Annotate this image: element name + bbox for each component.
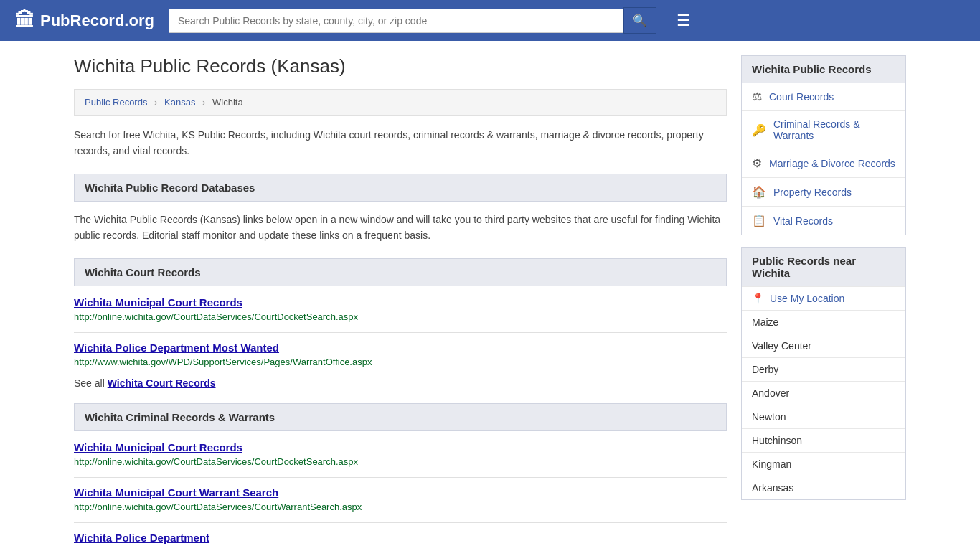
nearby-valley-center-label: Valley Center: [752, 340, 811, 352]
sidebar-item-criminal-records[interactable]: 🔑 Criminal Records & Warrants: [742, 110, 905, 149]
nearby-item-arkansas[interactable]: Arkansas: [742, 476, 905, 499]
search-icon: 🔍: [633, 14, 647, 27]
search-button[interactable]: 🔍: [623, 7, 656, 34]
sidebar: Wichita Public Records ⚖ Court Records 🔑…: [741, 55, 906, 547]
nearby-item-derby[interactable]: Derby: [742, 357, 905, 381]
court-records-header: Wichita Court Records: [74, 258, 727, 286]
breadcrumb-kansas[interactable]: Kansas: [164, 97, 195, 108]
databases-section-header: Wichita Public Record Databases: [74, 174, 727, 202]
criminal-record-2-link[interactable]: Wichita Municipal Court Warrant Search: [74, 486, 727, 499]
nearby-item-maize[interactable]: Maize: [742, 310, 905, 334]
nearby-derby-label: Derby: [752, 364, 778, 375]
sidebar-item-court-records[interactable]: ⚖ Court Records: [742, 83, 905, 110]
criminal-record-1-link[interactable]: Wichita Municipal Court Records: [74, 441, 727, 453]
nearby-item-valley-center[interactable]: Valley Center: [742, 334, 905, 357]
menu-button[interactable]: ☰: [677, 11, 691, 30]
court-record-2-url: http://www.wichita.gov/WPD/SupportServic…: [74, 357, 727, 367]
hamburger-icon: ☰: [677, 11, 691, 29]
criminal-record-1: Wichita Municipal Court Records http://o…: [74, 441, 727, 467]
criminal-record-3: Wichita Police Department: [74, 532, 727, 544]
court-record-2: Wichita Police Department Most Wanted ht…: [74, 342, 727, 367]
nearby-kingman-label: Kingman: [752, 458, 791, 470]
rings-icon: ⚙: [752, 156, 762, 170]
logo-text: PubRecord.org: [40, 11, 154, 30]
sidebar-item-property-records[interactable]: 🏠 Property Records: [742, 177, 905, 206]
court-record-1-link[interactable]: Wichita Municipal Court Records: [74, 296, 727, 309]
nearby-item-hutchinson[interactable]: Hutchinson: [742, 428, 905, 452]
nearby-section: Public Records near Wichita 📍 Use My Loc…: [741, 247, 906, 500]
sidebar-item-marriage-records[interactable]: ⚙ Marriage & Divorce Records: [742, 149, 905, 177]
nearby-item-kingman[interactable]: Kingman: [742, 452, 905, 476]
court-record-1-url: http://online.wichita.gov/CourtDataServi…: [74, 311, 727, 322]
scales-icon: ⚖: [752, 90, 762, 103]
nearby-item-newton[interactable]: Newton: [742, 405, 905, 428]
use-my-location-label: Use My Location: [770, 293, 844, 304]
court-record-2-link[interactable]: Wichita Police Department Most Wanted: [74, 342, 727, 354]
nearby-item-andover[interactable]: Andover: [742, 381, 905, 405]
criminal-record-2-url: http://online.wichita.gov/CourtDataServi…: [74, 501, 727, 512]
main-container: Wichita Public Records (Kansas) Public R…: [60, 41, 920, 551]
sidebar-criminal-records-label: Criminal Records & Warrants: [773, 118, 895, 141]
nearby-use-my-location[interactable]: 📍 Use My Location: [742, 286, 905, 310]
databases-description: The Wichita Public Records (Kansas) link…: [74, 212, 727, 244]
criminal-record-2: Wichita Municipal Court Warrant Search h…: [74, 486, 727, 512]
content-area: Wichita Public Records (Kansas) Public R…: [74, 55, 727, 547]
criminal-record-3-link[interactable]: Wichita Police Department: [74, 532, 727, 544]
logo[interactable]: 🏛 PubRecord.org: [14, 9, 154, 32]
page-description: Search for free Wichita, KS Public Recor…: [74, 127, 727, 159]
search-area: 🔍: [169, 7, 656, 34]
breadcrumb: Public Records › Kansas › Wichita: [74, 89, 727, 116]
logo-icon: 🏛: [14, 9, 34, 32]
sidebar-records-title: Wichita Public Records: [742, 56, 905, 83]
nearby-title: Public Records near Wichita: [742, 248, 905, 286]
divider-2: [74, 477, 727, 478]
page-title: Wichita Public Records (Kansas): [74, 55, 727, 77]
sidebar-court-records-label: Court Records: [769, 91, 834, 103]
site-header: 🏛 PubRecord.org 🔍 ☰: [0, 0, 980, 41]
breadcrumb-sep-2: ›: [202, 97, 205, 108]
see-all-court: See all Wichita Court Records: [74, 377, 727, 389]
nearby-hutchinson-label: Hutchinson: [752, 435, 802, 446]
sidebar-vital-records-label: Vital Records: [773, 215, 833, 227]
key-icon: 🔑: [752, 123, 766, 137]
sidebar-property-records-label: Property Records: [773, 187, 852, 198]
breadcrumb-public-records[interactable]: Public Records: [85, 97, 147, 108]
breadcrumb-sep-1: ›: [154, 97, 157, 108]
nearby-maize-label: Maize: [752, 316, 778, 328]
divider-3: [74, 522, 727, 523]
court-record-1: Wichita Municipal Court Records http://o…: [74, 296, 727, 322]
sidebar-marriage-records-label: Marriage & Divorce Records: [769, 158, 895, 169]
location-pin-icon: 📍: [752, 293, 764, 304]
breadcrumb-wichita: Wichita: [212, 97, 243, 108]
house-icon: 🏠: [752, 185, 766, 199]
search-input[interactable]: [169, 9, 623, 33]
document-icon: 📋: [752, 214, 766, 227]
criminal-record-1-url: http://online.wichita.gov/CourtDataServi…: [74, 456, 727, 467]
sidebar-item-vital-records[interactable]: 📋 Vital Records: [742, 206, 905, 235]
criminal-records-header: Wichita Criminal Records & Warrants: [74, 403, 727, 431]
divider-1: [74, 332, 727, 333]
nearby-newton-label: Newton: [752, 411, 786, 423]
wichita-records-box: Wichita Public Records ⚖ Court Records 🔑…: [741, 55, 906, 235]
nearby-arkansas-label: Arkansas: [752, 482, 793, 494]
see-all-court-link[interactable]: Wichita Court Records: [108, 377, 216, 389]
nearby-andover-label: Andover: [752, 387, 789, 399]
